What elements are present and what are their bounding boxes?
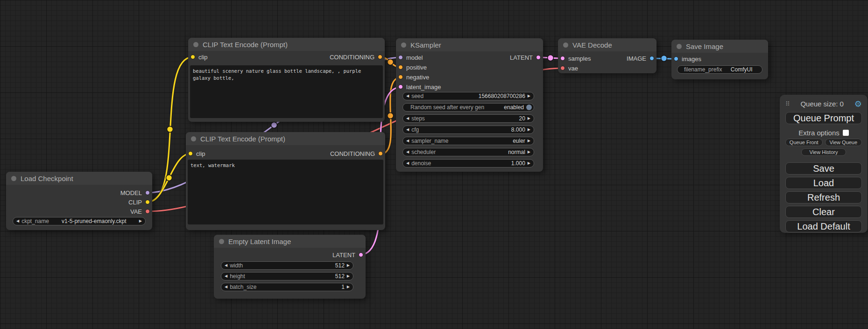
slot-label: latent_image	[406, 84, 441, 91]
model-output-port[interactable]	[145, 190, 150, 195]
image-output-port[interactable]	[649, 56, 654, 61]
node-ksampler[interactable]: KSampler model LATENT positive negative …	[396, 38, 543, 172]
node-title: KSampler	[410, 41, 441, 49]
steps-widget[interactable]: ◀ steps 20 ▶	[402, 114, 534, 123]
decrement-arrow-icon[interactable]: ◀	[406, 150, 409, 154]
collapse-dot-icon[interactable]	[401, 42, 406, 48]
node-title: Load Checkpoint	[21, 175, 73, 182]
collapse-dot-icon[interactable]	[677, 44, 682, 49]
node-title-bar[interactable]: Save Image	[671, 40, 768, 53]
latent-output-port[interactable]	[536, 55, 541, 60]
node-title-bar[interactable]: KSampler	[396, 38, 543, 51]
node-title-bar[interactable]: Load Checkpoint	[6, 172, 152, 185]
node-title: Empty Latent Image	[228, 238, 291, 245]
widget-label: sampler_name	[411, 138, 448, 144]
extra-options-checkbox[interactable]	[843, 130, 849, 136]
widget-label: denoise	[411, 160, 431, 167]
random-seed-toggle-widget[interactable]: Random seed after every gen enabled	[402, 103, 534, 112]
images-input-port[interactable]	[674, 56, 678, 61]
conditioning-output-port[interactable]	[378, 151, 383, 156]
seed-widget[interactable]: ◀ seed 156680208700286 ▶	[402, 92, 534, 100]
slot-label: clip	[196, 150, 205, 157]
width-widget[interactable]: ◀ width 512 ▶	[221, 261, 353, 270]
model-input-port[interactable]	[398, 55, 403, 60]
node-title-bar[interactable]: CLIP Text Encode (Prompt)	[186, 132, 385, 145]
clip-output-port[interactable]	[145, 200, 150, 204]
decrement-arrow-icon[interactable]: ◀	[406, 128, 409, 132]
node-vae-decode[interactable]: VAE Decode samples IMAGE vae	[558, 38, 656, 73]
increment-arrow-icon[interactable]: ▶	[528, 161, 530, 165]
batch-size-widget[interactable]: ◀ batch_size 1 ▶	[221, 283, 353, 291]
positive-input-port[interactable]	[398, 65, 403, 70]
negative-prompt-textarea[interactable]: text, watermark	[188, 160, 383, 224]
clip-input-port[interactable]	[191, 55, 195, 59]
queue-front-button[interactable]: Queue Front	[785, 139, 823, 146]
decrement-arrow-icon[interactable]: ◀	[225, 274, 227, 278]
negative-input-port[interactable]	[398, 75, 403, 79]
node-load-checkpoint[interactable]: Load Checkpoint MODEL CLIP VAE ◀ ckpt_na…	[6, 172, 152, 230]
latent-image-input-port[interactable]	[398, 84, 403, 89]
slot-label: LATENT	[510, 54, 533, 61]
settings-gear-icon[interactable]: ⚙	[854, 99, 862, 109]
denoise-widget[interactable]: ◀ denoise 1.000 ▶	[402, 159, 534, 168]
cfg-widget[interactable]: ◀ cfg 8.000 ▶	[402, 126, 534, 134]
clip-input-port[interactable]	[188, 151, 193, 156]
sampler-name-widget[interactable]: ◀ sampler_name euler ▶	[402, 137, 534, 145]
filename-prefix-widget[interactable]: filename_prefix ComfyUI	[677, 65, 762, 74]
toggle-dot-icon[interactable]	[526, 105, 532, 110]
height-widget[interactable]: ◀ height 512 ▶	[221, 272, 353, 280]
decrement-arrow-icon[interactable]: ◀	[406, 117, 409, 120]
node-clip-text-encode-positive[interactable]: CLIP Text Encode (Prompt) clip CONDITION…	[188, 38, 385, 122]
latent-output-port[interactable]	[359, 252, 363, 257]
node-save-image[interactable]: Save Image images filename_prefix ComfyU…	[671, 40, 768, 79]
samples-input-port[interactable]	[560, 56, 565, 61]
ckpt-name-widget[interactable]: ◀ ckpt_name v1-5-pruned-emaonly.ckpt ▶	[13, 217, 146, 225]
output-slot-image: IMAGE	[627, 54, 654, 63]
load-button[interactable]: Load	[785, 177, 862, 189]
node-title-bar[interactable]: CLIP Text Encode (Prompt)	[188, 38, 385, 51]
queue-size-label: Queue size: 0	[790, 100, 854, 108]
load-default-button[interactable]: Load Default	[785, 220, 862, 232]
increment-arrow-icon[interactable]: ▶	[528, 94, 530, 98]
vae-input-port[interactable]	[560, 66, 565, 70]
refresh-button[interactable]: Refresh	[785, 191, 862, 203]
widget-value: normal	[508, 149, 525, 155]
collapse-dot-icon[interactable]	[11, 176, 16, 181]
increment-arrow-icon[interactable]: ▶	[347, 285, 350, 289]
queue-prompt-button[interactable]: Queue Prompt	[785, 112, 862, 124]
widget-value: euler	[513, 138, 525, 144]
view-history-button[interactable]: View History	[801, 148, 846, 156]
collapse-dot-icon[interactable]	[193, 42, 198, 47]
conditioning-output-port[interactable]	[378, 55, 382, 59]
decrement-arrow-icon[interactable]: ◀	[406, 161, 409, 165]
vae-output-port[interactable]	[145, 209, 150, 214]
increment-arrow-icon[interactable]: ▶	[528, 117, 530, 120]
decrement-arrow-icon[interactable]: ◀	[225, 285, 227, 289]
increment-arrow-icon[interactable]: ▶	[347, 264, 350, 267]
collapse-dot-icon[interactable]	[219, 239, 224, 244]
increment-arrow-icon[interactable]: ▶	[139, 219, 142, 223]
view-queue-button[interactable]: View Queue	[825, 139, 862, 146]
scheduler-widget[interactable]: ◀ scheduler normal ▶	[402, 148, 534, 156]
node-title-bar[interactable]: VAE Decode	[558, 38, 656, 51]
increment-arrow-icon[interactable]: ▶	[528, 139, 530, 143]
decrement-arrow-icon[interactable]: ◀	[225, 264, 227, 267]
increment-arrow-icon[interactable]: ▶	[528, 128, 530, 132]
collapse-dot-icon[interactable]	[191, 136, 196, 141]
widget-label: height	[230, 273, 245, 280]
increment-arrow-icon[interactable]: ▶	[347, 274, 350, 278]
clear-button[interactable]: Clear	[785, 206, 862, 218]
drag-handle-icon[interactable]: ⠿	[785, 100, 790, 107]
node-empty-latent-image[interactable]: Empty Latent Image LATENT ◀ width 512 ▶ …	[214, 235, 366, 299]
node-title-bar[interactable]: Empty Latent Image	[214, 235, 366, 248]
save-button[interactable]: Save	[785, 162, 862, 175]
positive-prompt-textarea[interactable]: beautiful scenery nature glass bottle la…	[190, 65, 383, 118]
node-title: VAE Decode	[572, 41, 612, 49]
increment-arrow-icon[interactable]: ▶	[528, 150, 530, 154]
decrement-arrow-icon[interactable]: ◀	[16, 219, 19, 223]
collapse-dot-icon[interactable]	[563, 42, 568, 48]
node-title: Save Image	[686, 42, 723, 50]
decrement-arrow-icon[interactable]: ◀	[406, 94, 409, 98]
node-clip-text-encode-negative[interactable]: CLIP Text Encode (Prompt) clip CONDITION…	[186, 132, 385, 230]
decrement-arrow-icon[interactable]: ◀	[406, 139, 409, 143]
